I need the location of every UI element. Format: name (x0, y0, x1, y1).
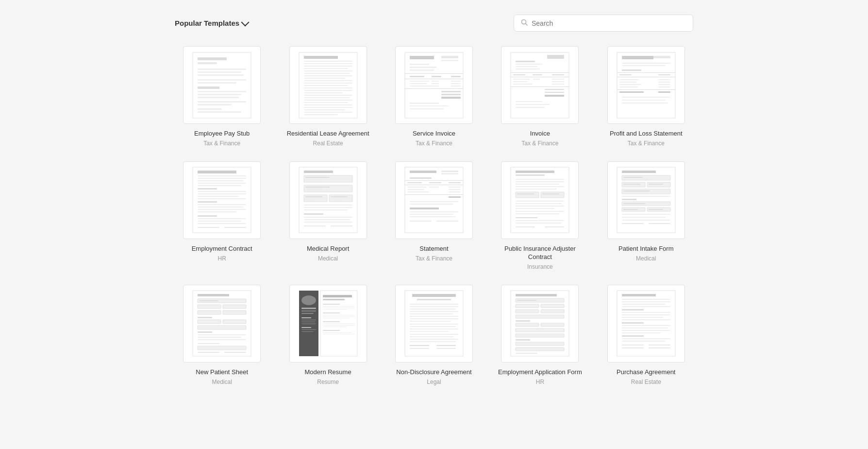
svg-rect-139 (198, 221, 241, 222)
svg-rect-274 (323, 295, 352, 297)
template-card-profit-and-loss-statement[interactable]: Profit and Loss StatementTax & Finance (599, 46, 693, 147)
svg-rect-169 (441, 173, 458, 174)
svg-rect-161 (304, 217, 352, 218)
template-card-invoice[interactable]: InvoiceTax & Finance (493, 46, 587, 147)
template-name-public-insurance-adjuster-contract: Public Insurance Adjuster Contract (493, 245, 587, 261)
template-card-public-insurance-adjuster-contract[interactable]: Public Insurance Adjuster ContractInsura… (493, 161, 587, 270)
template-thumbnail-non-disclosure-agreement (395, 285, 473, 363)
svg-rect-12 (198, 94, 241, 95)
svg-rect-293 (417, 299, 451, 300)
svg-rect-34 (304, 95, 352, 96)
svg-rect-22 (304, 66, 352, 67)
svg-rect-15 (198, 104, 232, 105)
svg-rect-102 (617, 72, 675, 73)
template-card-modern-resume[interactable]: Modern ResumeResume (281, 285, 375, 385)
svg-rect-56 (432, 81, 439, 82)
svg-rect-282 (323, 316, 354, 317)
svg-rect-9 (198, 82, 236, 84)
svg-rect-37 (304, 102, 348, 103)
svg-rect-137 (198, 215, 217, 217)
svg-rect-152 (305, 196, 322, 197)
svg-rect-26 (304, 75, 352, 76)
popular-templates-button[interactable]: Popular Templates (175, 19, 248, 27)
template-card-service-invoice[interactable]: Service InvoiceTax & Finance (387, 46, 481, 147)
svg-rect-300 (410, 318, 458, 319)
svg-rect-61 (410, 86, 432, 86)
svg-rect-43 (405, 52, 463, 118)
svg-rect-187 (410, 207, 439, 209)
svg-rect-130 (198, 196, 239, 197)
svg-rect-145 (304, 175, 352, 182)
template-card-purchase-agreement[interactable]: Purchase AgreementReal Estate (599, 285, 693, 385)
template-category-statement: Tax & Finance (416, 255, 452, 262)
svg-rect-45 (441, 56, 458, 58)
svg-rect-351 (622, 345, 644, 345)
svg-rect-7 (198, 74, 244, 76)
svg-rect-201 (516, 192, 539, 198)
svg-rect-150 (305, 189, 325, 190)
template-card-employee-pay-stub[interactable]: Employee Pay StubTax & Finance (175, 46, 269, 147)
svg-rect-129 (198, 193, 246, 194)
svg-rect-313 (436, 348, 456, 349)
template-category-new-patient-sheet: Medical (212, 379, 232, 385)
svg-rect-30 (304, 85, 348, 86)
template-category-employment-application-form: HR (536, 379, 544, 385)
svg-rect-199 (516, 186, 564, 187)
template-card-new-patient-sheet[interactable]: New Patient SheetMedical (175, 285, 269, 385)
svg-rect-67 (441, 97, 461, 99)
svg-rect-237 (622, 220, 670, 221)
template-name-employment-contract: Employment Contract (192, 245, 252, 253)
svg-rect-40 (304, 109, 345, 110)
svg-rect-20 (304, 61, 352, 62)
template-card-employment-application-form[interactable]: Employment Application FormHR (493, 285, 587, 385)
svg-rect-124 (198, 180, 244, 181)
svg-rect-210 (516, 213, 559, 214)
svg-rect-226 (623, 190, 650, 191)
svg-rect-84 (552, 79, 564, 80)
search-input[interactable] (532, 19, 686, 27)
svg-rect-265 (301, 311, 316, 311)
template-thumbnail-residential-lease-agreement (289, 46, 367, 124)
svg-rect-106 (619, 79, 639, 80)
template-card-patient-intake-form[interactable]: Patient Intake FormMedical (599, 161, 693, 270)
template-category-employee-pay-stub: Tax & Finance (203, 140, 240, 147)
template-card-statement[interactable]: StatementTax & Finance (387, 161, 481, 270)
svg-rect-333 (622, 294, 656, 296)
svg-rect-222 (623, 184, 640, 185)
template-thumbnail-employment-application-form (501, 285, 579, 363)
svg-rect-249 (198, 317, 212, 318)
svg-rect-99 (622, 63, 670, 64)
template-category-profit-and-loss-statement: Tax & Finance (628, 140, 665, 147)
template-card-medical-report[interactable]: Medical ReportMedical (281, 161, 375, 270)
svg-rect-47 (410, 64, 429, 65)
svg-rect-298 (410, 313, 453, 314)
svg-rect-295 (410, 306, 458, 307)
svg-rect-173 (429, 182, 441, 183)
svg-rect-190 (410, 216, 456, 217)
svg-rect-62 (432, 86, 439, 86)
svg-rect-81 (511, 77, 569, 77)
svg-rect-36 (304, 100, 352, 101)
template-thumbnail-service-invoice (395, 46, 473, 124)
svg-rect-128 (198, 191, 246, 192)
svg-rect-73 (516, 61, 535, 62)
template-card-non-disclosure-agreement[interactable]: Non-Disclosure AgreementLegal (387, 285, 481, 385)
svg-rect-41 (304, 112, 352, 113)
svg-rect-195 (516, 174, 545, 176)
svg-rect-328 (516, 339, 530, 341)
svg-rect-323 (516, 320, 530, 322)
svg-rect-315 (516, 294, 557, 296)
template-thumbnail-statement (395, 161, 473, 239)
svg-rect-325 (541, 323, 564, 327)
svg-rect-247 (198, 311, 221, 314)
template-card-residential-lease-agreement[interactable]: Residential Lease AgreementReal Estate (281, 46, 375, 147)
svg-rect-286 (323, 325, 354, 326)
svg-rect-284 (323, 321, 340, 322)
svg-rect-346 (622, 330, 670, 331)
svg-rect-49 (410, 69, 434, 71)
svg-rect-163 (304, 222, 352, 223)
svg-rect-238 (622, 223, 644, 224)
svg-rect-92 (545, 95, 564, 97)
svg-rect-79 (533, 74, 542, 75)
template-card-employment-contract[interactable]: Employment ContractHR (175, 161, 269, 270)
